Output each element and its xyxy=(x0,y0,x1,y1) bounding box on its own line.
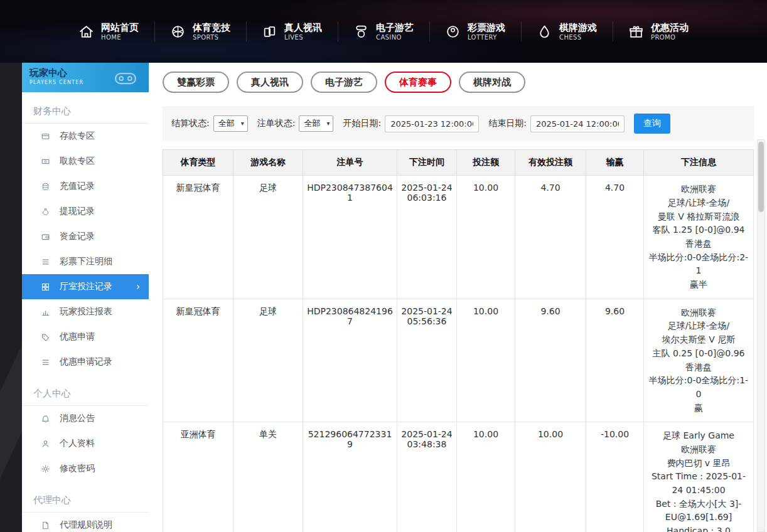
sidebar-item-agent-rules[interactable]: 代理规则说明 xyxy=(22,513,149,532)
nav-sublabel: SPORTS xyxy=(193,34,230,41)
tab-chess[interactable]: 棋牌对战 xyxy=(459,72,525,93)
cell-valid-amount: 9.60 xyxy=(515,299,586,422)
cell-win-loss: -10.00 xyxy=(586,422,644,532)
lottery-ball-icon xyxy=(445,24,461,40)
sidebar-item-label: 玩家投注报表 xyxy=(60,306,112,317)
nav-sublabel: CHESS xyxy=(559,34,597,41)
column-header-valid-amount: 有效投注额 xyxy=(515,150,586,176)
nav-label: 网站首页 xyxy=(101,22,139,34)
cell-bet-no: 5212960647723319 xyxy=(303,422,397,532)
bet-status-value: 全部 xyxy=(304,119,320,128)
cell-amount: 10.00 xyxy=(457,422,515,532)
sports-ball-icon xyxy=(170,24,186,40)
sidebar-item-label: 资金记录 xyxy=(60,231,95,242)
nav-sublabel: CASINO xyxy=(376,34,414,41)
sidebar-item-profile[interactable]: 个人资料 xyxy=(22,431,149,456)
cell-bet-no: HDP2308473876041 xyxy=(303,176,397,299)
bank-card-icon xyxy=(41,132,50,141)
sidebar-item-label: 取款专区 xyxy=(60,156,95,167)
chart-icon xyxy=(41,307,50,317)
start-date-input[interactable] xyxy=(385,115,479,132)
tab-live[interactable]: 真人视讯 xyxy=(237,72,303,93)
nav-label: 真人视讯 xyxy=(284,22,322,34)
gear-icon xyxy=(41,464,50,474)
sidebar-item-label: 优惠申请 xyxy=(60,331,95,343)
cell-amount: 10.00 xyxy=(457,299,515,422)
sidebar-item-label: 优惠申请记录 xyxy=(60,356,112,368)
cell-win-loss: 9.60 xyxy=(586,299,644,422)
nav-label: 体育竞技 xyxy=(193,22,230,34)
sidebar-item-fund-records[interactable]: 资金记录 xyxy=(22,224,149,249)
table-row: 新皇冠体育 足球 HDP2308473876041 2025-01-24 06:… xyxy=(163,176,754,299)
column-header-win-loss: 输赢 xyxy=(586,150,644,176)
tab-lottery[interactable]: 雙赢彩票 xyxy=(163,72,229,93)
bet-records-table: 体育类型 游戏名称 注单号 下注时间 投注额 有效投注额 输赢 下注信息 新皇冠… xyxy=(163,149,754,532)
sidebar-item-label: 消息公告 xyxy=(60,413,95,424)
money-bag-icon xyxy=(41,207,50,216)
sidebar-item-hall-bet-records[interactable]: 厅室投注记录 › xyxy=(22,274,149,299)
cell-sport: 新皇冠体育 xyxy=(163,299,233,422)
sidebar-item-change-password[interactable]: 修改密码 xyxy=(22,456,149,481)
gift-icon xyxy=(628,24,644,40)
sidebar-item-lottery-bet-details[interactable]: 彩票下注明细 xyxy=(22,249,149,274)
nav-item-casino[interactable]: 电子游艺CASINO xyxy=(338,17,429,46)
nav-item-sports[interactable]: 体育竞技SPORTS xyxy=(154,17,246,46)
sidebar-item-withdrawal-records[interactable]: 提现记录 xyxy=(22,199,149,224)
coins-icon xyxy=(41,182,50,191)
sidebar-item-label: 存款专区 xyxy=(60,130,95,142)
sidebar-item-promo-apply[interactable]: 优惠申请 xyxy=(22,324,149,349)
cell-bet-time: 2025-01-24 05:56:36 xyxy=(397,299,457,422)
bell-icon xyxy=(41,414,50,423)
main-content: 雙赢彩票 真人视讯 电子游艺 体育赛事 棋牌对战 结算状态: 全部 注单状态: … xyxy=(149,63,767,532)
sidebar-item-label: 提现记录 xyxy=(60,206,95,217)
nav-item-promo[interactable]: 优惠活动PROMO xyxy=(613,17,704,46)
tag-icon xyxy=(41,332,50,342)
end-date-label: 结束日期: xyxy=(488,118,527,129)
nav-item-home[interactable]: 网站首页HOME xyxy=(63,17,154,46)
cell-bet-time: 2025-01-24 03:48:38 xyxy=(397,422,457,532)
sidebar-item-withdraw[interactable]: 取款专区 xyxy=(22,149,149,174)
banknote-icon xyxy=(41,157,50,166)
playing-cards-icon xyxy=(262,24,277,40)
sidebar-section-personal: 个人中心 xyxy=(22,375,149,406)
nav-label: 彩票游戏 xyxy=(468,22,505,34)
end-date-group: 结束日期: xyxy=(488,115,625,132)
column-header-bet-info: 下注信息 xyxy=(644,150,754,176)
tab-casino[interactable]: 电子游艺 xyxy=(311,72,377,93)
settle-status-select[interactable]: 全部 xyxy=(213,115,248,132)
sidebar-item-promo-apply-records[interactable]: 优惠申请记录 xyxy=(22,349,149,375)
nav-item-lottery[interactable]: 彩票游戏LOTTERY xyxy=(429,17,521,46)
filter-bar: 结算状态: 全部 注单状态: 全部 开始日期: 结束日期: 查询 xyxy=(163,106,754,141)
sidebar-item-player-bet-report[interactable]: 玩家投注报表 xyxy=(22,299,149,324)
sidebar-item-label: 厅室投注记录 xyxy=(60,281,112,292)
home-icon xyxy=(78,24,94,40)
cell-bet-no: HDP2308648241967 xyxy=(303,299,397,422)
table-row: 新皇冠体育 足球 HDP2308648241967 2025-01-24 05:… xyxy=(163,299,754,422)
sidebar-item-label: 充值记录 xyxy=(60,181,95,192)
nav-label: 优惠活动 xyxy=(651,22,689,34)
bet-status-select[interactable]: 全部 xyxy=(299,115,333,132)
scrollbar-thumb[interactable] xyxy=(758,142,764,212)
category-tabs: 雙赢彩票 真人视讯 电子游艺 体育赛事 棋牌对战 xyxy=(163,72,754,93)
grid-icon xyxy=(41,282,50,292)
end-date-input[interactable] xyxy=(530,115,625,132)
sidebar-item-recharge-records[interactable]: 充值记录 xyxy=(22,174,149,199)
sidebar-header: 玩家中心 PLAYERS CENTER xyxy=(22,63,149,92)
cell-bet-info: 欧洲联赛 足球/让球-全场/ 埃尔夫斯堡 V 尼斯 主队 0.25 [0-0]@… xyxy=(644,299,754,422)
sidebar-section-agent: 代理中心 xyxy=(22,481,149,513)
slot-coin-icon xyxy=(353,24,369,40)
start-date-label: 开始日期: xyxy=(343,118,381,129)
tab-sports[interactable]: 体育赛事 xyxy=(385,72,451,93)
nav-label: 棋牌游戏 xyxy=(559,22,597,34)
sidebar-item-messages[interactable]: 消息公告 xyxy=(22,406,149,431)
cell-amount: 10.00 xyxy=(457,176,515,299)
search-button[interactable]: 查询 xyxy=(634,114,670,134)
sidebar-item-deposit[interactable]: 存款专区 xyxy=(22,124,149,149)
vertical-scrollbar[interactable] xyxy=(757,139,765,532)
cell-game: 足球 xyxy=(233,176,303,299)
column-header-amount: 投注额 xyxy=(457,150,515,176)
sidebar: 玩家中心 PLAYERS CENTER 财务中心 存款专区 取款专区 充值记录 … xyxy=(22,63,149,532)
bet-status-group: 注单状态: 全部 xyxy=(257,115,334,132)
nav-item-chess[interactable]: 棋牌游戏CHESS xyxy=(521,17,613,46)
nav-item-lives[interactable]: 真人视讯LIVES xyxy=(246,17,338,46)
